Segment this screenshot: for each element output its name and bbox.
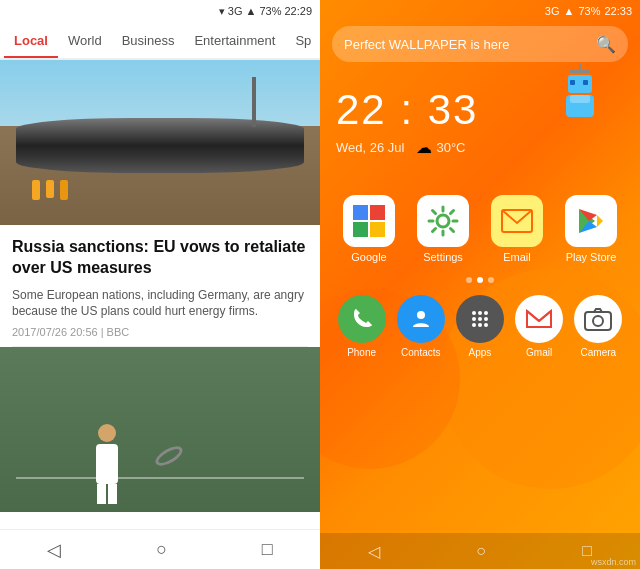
clock-widget: 22 : 33 Wed, 26 Jul ☁ 30°C	[320, 66, 640, 167]
battery-label-right: 73%	[578, 5, 600, 17]
svg-point-14	[472, 317, 476, 321]
clock-date-row: Wed, 26 Jul ☁ 30°C	[336, 138, 624, 157]
network-label: 3G	[228, 5, 243, 17]
dock-camera-label: Camera	[581, 347, 617, 358]
status-bar-right: 3G ▲ 73% 22:33	[320, 0, 640, 22]
leg-right	[108, 484, 117, 504]
svg-rect-3	[370, 222, 385, 237]
app-email-label: Email	[503, 251, 531, 263]
news-summary-1: Some European nations, including Germany…	[12, 287, 308, 321]
dock-contacts[interactable]: Contacts	[397, 295, 445, 358]
app-settings-label: Settings	[423, 251, 463, 263]
app-google[interactable]: Google	[343, 195, 395, 263]
tab-sports[interactable]: Sp	[285, 25, 320, 56]
svg-point-15	[478, 317, 482, 321]
tennis-photo	[0, 347, 320, 512]
bottom-nav-left: ◁ ○ □	[0, 529, 320, 569]
dock-phone[interactable]: Phone	[338, 295, 386, 358]
home-button-right[interactable]: ○	[476, 542, 486, 560]
time-label-left: 22:29	[284, 5, 312, 17]
clock-time: 22 : 33	[336, 86, 624, 134]
dock-apps[interactable]: Apps	[456, 295, 504, 358]
status-bar-left: ▾ 3G ▲ 73% 22:29	[0, 0, 320, 22]
page-dots	[320, 277, 640, 283]
camera-svg	[584, 307, 612, 331]
playstore-svg	[575, 205, 607, 237]
svg-point-11	[472, 311, 476, 315]
tab-business[interactable]: Business	[112, 25, 185, 56]
page-dot-3[interactable]	[488, 277, 494, 283]
leg-left	[97, 484, 106, 504]
camera-icon	[574, 295, 622, 343]
search-bar[interactable]: Perfect WALLPAPER is here 🔍	[332, 26, 628, 62]
search-icon[interactable]: 🔍	[596, 35, 616, 54]
maps-svg	[351, 203, 387, 239]
signal-icon: ▲	[246, 5, 257, 17]
weather-widget: ☁ 30°C	[416, 138, 465, 157]
worker-3	[60, 180, 68, 200]
app-playstore[interactable]: Play Store	[565, 195, 617, 263]
tab-local[interactable]: Local	[4, 25, 58, 56]
svg-point-18	[478, 323, 482, 327]
settings-icon	[417, 195, 469, 247]
news-nav-tabs: Local World Business Entertainment Sp ⋮	[0, 22, 320, 60]
contacts-icon	[397, 295, 445, 343]
contacts-svg	[409, 307, 433, 331]
svg-rect-0	[353, 205, 368, 220]
dock-contacts-label: Contacts	[401, 347, 440, 358]
news-meta-1: 2017/07/26 20:56 | BBC	[12, 326, 308, 338]
news-app-panel: ▾ 3G ▲ 73% 22:29 Local World Business En…	[0, 0, 320, 569]
settings-svg	[427, 205, 459, 237]
svg-point-12	[478, 311, 482, 315]
news-article-1[interactable]: Russia sanctions: EU vows to retaliate o…	[0, 225, 320, 346]
back-button-right[interactable]: ◁	[368, 542, 380, 561]
svg-point-23	[593, 316, 603, 326]
recents-button-left[interactable]: □	[262, 539, 273, 560]
battery-label: 73%	[259, 5, 281, 17]
home-button-left[interactable]: ○	[156, 539, 167, 560]
app-settings[interactable]: Settings	[417, 195, 469, 263]
app-google-label: Google	[351, 251, 386, 263]
dock-camera[interactable]: Camera	[574, 295, 622, 358]
pipeline-photo	[0, 60, 320, 225]
page-dot-1[interactable]	[466, 277, 472, 283]
svg-point-19	[484, 323, 488, 327]
workers	[32, 180, 68, 200]
tab-world[interactable]: World	[58, 25, 112, 56]
svg-point-4	[437, 215, 449, 227]
signal-icon-right: ▲	[564, 5, 575, 17]
gmail-icon	[515, 295, 563, 343]
back-button-left[interactable]: ◁	[47, 539, 61, 561]
app-dock: Phone Contacts	[320, 289, 640, 364]
dock-gmail[interactable]: Gmail	[515, 295, 563, 358]
dock-apps-label: Apps	[469, 347, 492, 358]
news-image-1[interactable]	[0, 60, 320, 225]
time-label-right: 22:33	[604, 5, 632, 17]
apps-svg	[468, 307, 492, 331]
player	[96, 424, 118, 504]
tab-entertainment[interactable]: Entertainment	[184, 25, 285, 56]
court-line	[16, 477, 304, 479]
pipeline-tube	[16, 118, 304, 173]
playstore-icon	[565, 195, 617, 247]
app-email[interactable]: Email	[491, 195, 543, 263]
player-head	[98, 424, 116, 442]
court-bg	[0, 347, 320, 512]
google-maps-icon	[343, 195, 395, 247]
page-dot-2[interactable]	[477, 277, 483, 283]
svg-marker-9	[597, 215, 603, 227]
search-text: Perfect WALLPAPER is here	[344, 37, 596, 52]
sky	[0, 60, 320, 126]
svg-point-13	[484, 311, 488, 315]
email-svg	[501, 209, 533, 233]
player-legs	[97, 484, 117, 504]
phone-svg	[350, 307, 374, 331]
dock-phone-label: Phone	[347, 347, 376, 358]
dock-gmail-label: Gmail	[526, 347, 552, 358]
email-icon	[491, 195, 543, 247]
svg-line-21	[539, 311, 551, 321]
news-image-2[interactable]	[0, 347, 320, 512]
apps-icon	[456, 295, 504, 343]
worker-2	[46, 180, 54, 198]
svg-rect-1	[370, 205, 385, 220]
